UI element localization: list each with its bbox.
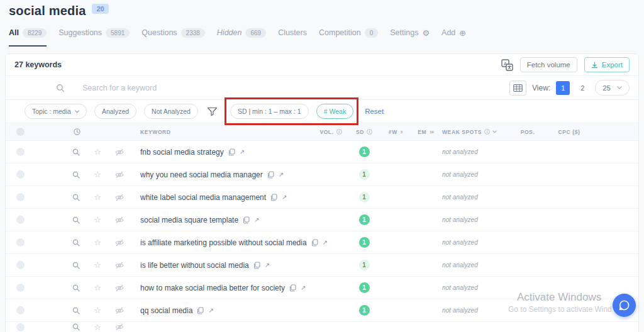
col-cpc[interactable]: CPC ($) xyxy=(553,129,586,135)
star-icon[interactable]: ☆ xyxy=(94,284,101,292)
weak-spots-text: not analyzed xyxy=(442,239,478,246)
hide-keyword-icon[interactable] xyxy=(115,148,124,156)
view-option-2[interactable]: 2 xyxy=(575,81,589,95)
weak-filter-chip[interactable]: # Weak xyxy=(316,104,353,119)
table-view-icon[interactable] xyxy=(509,80,526,96)
star-icon[interactable]: ☆ xyxy=(94,148,101,156)
hide-keyword-icon[interactable] xyxy=(115,307,124,314)
keyword-text: how to make social media better for soci… xyxy=(140,284,285,292)
star-icon[interactable]: ☆ xyxy=(94,216,101,224)
hide-keyword-icon[interactable] xyxy=(115,239,124,246)
row-checkbox[interactable] xyxy=(16,261,25,269)
keyword-text: social media square template xyxy=(140,216,238,224)
open-serp-icon[interactable]: ↗ xyxy=(254,217,259,223)
tab-clusters[interactable]: Clusters xyxy=(278,28,307,42)
open-serp-icon[interactable]: ↗ xyxy=(323,240,328,246)
sd-badge: 1 xyxy=(359,192,370,202)
col-vol[interactable]: VOL.i xyxy=(311,129,350,135)
tab-all[interactable]: All 8229 xyxy=(9,28,47,43)
row-checkbox[interactable] xyxy=(16,148,25,156)
search-input[interactable]: Search for a keyword xyxy=(82,84,157,92)
table-body: ☆ fnb social media strategy ↗ 1 not anal… xyxy=(6,141,638,322)
export-button[interactable]: Export xyxy=(584,57,630,72)
col-pos[interactable]: POS. xyxy=(502,129,553,135)
hide-keyword-icon[interactable] xyxy=(115,284,124,292)
chat-icon xyxy=(618,299,630,311)
row-checkbox[interactable] xyxy=(16,323,25,331)
filter-funnel-icon[interactable] xyxy=(207,107,218,116)
row-checkbox[interactable] xyxy=(16,193,25,201)
open-serp-icon[interactable]: ↗ xyxy=(265,262,270,268)
star-icon[interactable]: ☆ xyxy=(94,193,101,201)
row-checkbox[interactable] xyxy=(16,238,25,246)
tab-questions[interactable]: Questions 2338 xyxy=(142,28,205,43)
analyze-keyword-icon[interactable] xyxy=(72,148,80,156)
col-keyword[interactable]: KEYWORD xyxy=(140,129,311,135)
hide-keyword-icon[interactable] xyxy=(115,171,124,179)
analyze-keyword-icon[interactable] xyxy=(72,171,80,179)
row-checkbox[interactable] xyxy=(16,306,25,314)
star-icon[interactable]: ☆ xyxy=(94,306,101,314)
tab-suggestions[interactable]: Suggestions 5891 xyxy=(58,28,130,43)
analyze-keyword-icon[interactable] xyxy=(72,239,80,246)
hide-keyword-icon[interactable] xyxy=(115,323,124,331)
hide-keyword-icon[interactable] xyxy=(115,216,124,224)
keyword-text: qq social media xyxy=(140,306,192,315)
tab-settings[interactable]: Settings ⚙ xyxy=(390,28,430,42)
topic-filter-chip[interactable]: Topic : media xyxy=(25,104,87,119)
keyword-count: 27 keywords xyxy=(14,60,62,69)
fetch-volume-button[interactable]: Fetch volume xyxy=(520,57,577,72)
reset-filters-link[interactable]: Reset xyxy=(365,108,384,115)
sd-range-filter-chip[interactable]: SD | min : 1 – max : 1 xyxy=(230,104,309,119)
star-icon[interactable]: ☆ xyxy=(94,323,101,331)
tab-add[interactable]: Add ⊕ xyxy=(441,28,466,42)
sd-badge: 1 xyxy=(359,260,370,270)
copy-icon[interactable] xyxy=(228,148,235,156)
analyzed-filter-chip[interactable]: Analyzed xyxy=(94,104,136,119)
select-all-checkbox[interactable] xyxy=(16,128,25,136)
col-weak-count[interactable]: #W3 xyxy=(378,129,413,135)
copy-icon[interactable] xyxy=(311,239,318,246)
keyword-text: is life better without social media xyxy=(140,261,249,270)
col-weak-spots[interactable]: WEAK SPOTS i xyxy=(438,129,502,135)
open-serp-icon[interactable]: ↗ xyxy=(279,172,284,178)
open-serp-icon[interactable]: ↗ xyxy=(282,194,287,201)
copy-icon[interactable] xyxy=(289,284,296,292)
row-checkbox[interactable] xyxy=(16,284,25,292)
copy-icon[interactable] xyxy=(243,216,250,224)
tab-bar: All 8229 Suggestions 5891 Questions 2338… xyxy=(9,27,635,43)
tab-competition[interactable]: Competition 0 xyxy=(319,28,378,43)
analyze-keyword-icon[interactable] xyxy=(72,216,80,224)
star-icon[interactable]: ☆ xyxy=(94,170,101,179)
open-serp-icon[interactable]: ↗ xyxy=(301,285,306,291)
analyze-keyword-icon[interactable] xyxy=(72,262,80,269)
analyze-keyword-icon[interactable] xyxy=(72,194,80,201)
hide-keyword-icon[interactable] xyxy=(115,262,124,269)
col-exact-match[interactable]: EM10 xyxy=(413,129,438,135)
translate-icon[interactable]: A xyxy=(501,59,513,71)
row-checkbox[interactable] xyxy=(16,216,25,224)
open-serp-icon[interactable]: ↗ xyxy=(240,149,245,155)
tab-hidden[interactable]: Hidden 669 xyxy=(217,28,266,43)
not-analyzed-filter-chip[interactable]: Not Analyzed xyxy=(144,104,198,119)
open-serp-icon[interactable]: ↗ xyxy=(208,307,213,314)
copy-icon[interactable] xyxy=(197,307,204,314)
copy-icon[interactable] xyxy=(253,262,260,269)
analyze-keyword-icon[interactable] xyxy=(72,323,80,331)
hide-keyword-icon[interactable] xyxy=(115,194,124,201)
star-icon[interactable]: ☆ xyxy=(94,261,101,269)
sd-badge: 1 xyxy=(359,237,370,248)
keywords-panel: 27 keywords A Fetch volume Export xyxy=(5,53,639,332)
weak-spots-text: not analyzed xyxy=(442,171,478,178)
row-checkbox[interactable] xyxy=(16,170,25,179)
col-sd[interactable]: SDi xyxy=(350,129,378,135)
copy-icon[interactable] xyxy=(270,194,277,201)
analyze-keyword-icon[interactable] xyxy=(72,284,80,292)
page-size-select[interactable]: 25 xyxy=(595,80,630,96)
view-option-1[interactable]: 1 xyxy=(556,81,570,95)
analyze-keyword-icon[interactable] xyxy=(72,307,80,314)
weak-spots-text: not analyzed xyxy=(442,194,478,201)
chat-widget-button[interactable] xyxy=(613,294,636,317)
copy-icon[interactable] xyxy=(267,171,274,179)
star-icon[interactable]: ☆ xyxy=(94,238,101,246)
